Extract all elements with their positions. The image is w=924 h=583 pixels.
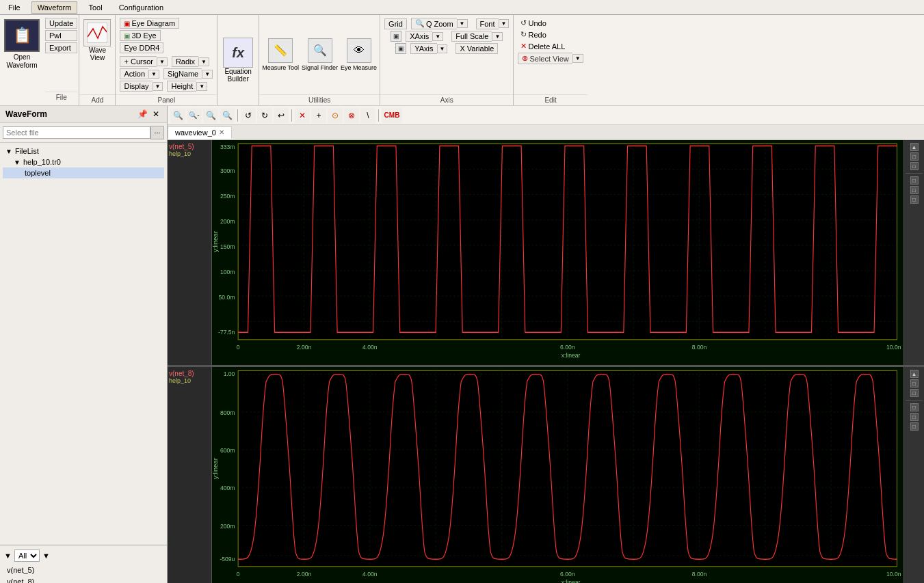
menu-item-waveform[interactable]: Waveform [31,1,78,14]
line-icon-btn[interactable]: \ [360,108,375,123]
tab-close-icon[interactable]: ✕ [219,128,224,136]
wave-ctrl-btn-1a[interactable]: ▲ [910,143,919,151]
waveview-add-label: Add [79,94,115,105]
cross-circle-icon-btn[interactable]: ⊗ [344,108,359,123]
redo-button[interactable]: ↻ Redo [518,29,549,40]
svg-text:2.00n: 2.00n [297,343,311,351]
svg-text:250m: 250m [220,192,235,200]
svg-text:y:linear: y:linear [212,231,218,252]
wave-canvas-2[interactable]: 1.00 800m 600m 400m 200m -509u 0 2.00n 4… [212,367,903,583]
axis-label: Axis [380,94,513,105]
toolbar-ribbon: 📋 Open Waveform Update Pwl Export File [0,15,924,106]
sidebar-close-icon[interactable]: ✕ [150,109,161,120]
svg-text:600m: 600m [220,447,235,455]
x-variable-button[interactable]: X Variable [456,43,498,54]
search-button[interactable]: ··· [150,126,164,139]
undo-icon-btn[interactable]: ↺ [241,108,256,123]
menu-item-configuration[interactable]: Configuration [114,2,169,13]
tree-item-filelist[interactable]: ▼ FileList [3,146,164,157]
signal-finder-button[interactable]: 🔍 Signal Finder [302,38,338,72]
svg-text:x:linear: x:linear [562,352,581,360]
sidebar: WaveForm 📌 ✕ ··· ▼ FileList ▼ help_10.tr… [0,106,168,583]
wave-controls-2: ▲ □ □ □ □ □ [903,367,924,583]
wave-panels: v(net_5) help_10 [168,140,924,583]
update-button[interactable]: Update [45,18,77,29]
svg-text:2.00n: 2.00n [297,570,311,578]
full-scale-button[interactable]: Full Scale ▼ [451,31,503,42]
delete-icon-btn[interactable]: ✕ [295,108,310,123]
xaxis-button[interactable]: XAxis ▼ [406,31,443,42]
radix-button[interactable]: Radix ▼ [172,56,209,67]
select-view-button[interactable]: ⊗ Select View ▼ [518,53,583,64]
signal-item-vnet5[interactable]: v(net_5) [4,565,163,576]
redo-icon-btn[interactable]: ↻ [257,108,272,123]
zoom-in-btn[interactable]: 🔍 [170,108,185,123]
wave-ctrl-btn-2f[interactable]: □ [910,422,919,431]
pwl-button[interactable]: Pwl [45,30,77,41]
equation-builder-button[interactable]: fx Equation Builder [223,38,253,83]
svg-text:200m: 200m [220,522,235,530]
menu-item-tool[interactable]: Tool [83,2,107,13]
font-button[interactable]: Font ▼ [476,18,510,29]
tree-item-help10-label: help_10.tr0 [23,158,61,166]
wave-ctrl-btn-1f[interactable]: □ [910,195,919,204]
wave-ctrl-btn-2a[interactable]: ▲ [910,370,919,378]
svg-text:100m: 100m [220,269,235,276]
eye-measure-button[interactable]: 👁 Eye Measure [341,38,377,72]
wave-file-name-1: help_10 [169,150,191,157]
arrow-down-small-icon: ▼ [4,552,12,560]
yaxis-button[interactable]: YAxis ▼ [410,43,447,54]
open-waveform-button[interactable]: 📋 Open Waveform [4,19,40,70]
panel-label: Panel [116,94,217,105]
eye-diagram-button[interactable]: ▣ Eye Diagram [120,18,179,29]
wave-ctrl-separator2 [906,400,923,401]
wave-panel-2: v(net_8) help_10 [168,367,924,583]
undo-button[interactable]: ↺ Undo [518,18,549,28]
svg-text:50.0m: 50.0m [219,294,235,301]
signal-filter-select[interactable]: All [14,550,40,562]
undo2-icon-btn[interactable]: ↩ [274,108,289,123]
height-button[interactable]: Height ▼ [167,81,207,92]
cursor-button[interactable]: + Cursor ▼ [120,56,167,67]
menu-bar: File Waveform Tool Configuration [0,0,924,15]
svg-text:0: 0 [237,570,240,578]
file-section: 📋 Open Waveform Update Pwl Export File [0,15,79,105]
zoom-sel-btn[interactable]: 🔍 [220,108,235,123]
signal-list: v(net_5) v(net_8) [3,563,164,583]
file-tree: ▼ FileList ▼ help_10.tr0 toplevel [0,143,167,545]
menu-item-file[interactable]: File [3,2,26,13]
zoom-out-btn[interactable]: 🔍- [187,108,202,123]
tree-item-help10[interactable]: ▼ help_10.tr0 [3,157,164,167]
tree-item-toplevel[interactable]: toplevel [3,167,164,178]
display-button[interactable]: Display ▼ [120,81,163,92]
circle-icon-btn[interactable]: ⊙ [328,108,343,123]
wave-ctrl-btn-1c[interactable]: □ [910,162,919,170]
delete-all-button[interactable]: ✕ Delete ALL [518,41,568,51]
action-button[interactable]: Action ▼ [120,68,159,79]
wave-view-button[interactable]: Wave View [83,19,111,62]
tab-waveview0[interactable]: waveview_0 ✕ [168,126,232,139]
sidebar-pin-icon[interactable]: 📌 [137,109,148,120]
grid-button[interactable]: Grid [384,18,407,29]
eye-ddr4-button[interactable]: Eye DDR4 [120,42,163,53]
wave-canvas-1[interactable]: 333m 300m 250m 200m 150m 100m 50.0m -77.… [212,140,903,365]
waveview-label: Wave View [89,46,106,62]
signal-item-vnet8[interactable]: v(net_8) [4,576,163,583]
zoom-fit-btn[interactable]: 🔍 [203,108,218,123]
measure-tool-button[interactable]: 📏 Measure Tool [262,38,299,72]
wave-ctrl-btn-1e[interactable]: □ [910,186,919,194]
cmb-btn[interactable]: CMB [382,108,402,123]
wave-ctrl-btn-2b[interactable]: □ [910,379,919,388]
add-icon-btn[interactable]: + [311,108,326,123]
arrow-down-icon-2: ▼ [14,159,21,166]
search-input[interactable] [3,126,150,139]
zoom-button[interactable]: 🔍 Q Zoom ▼ [411,18,468,29]
wave-ctrl-btn-2e[interactable]: □ [910,413,919,421]
wave-ctrl-btn-2c[interactable]: □ [910,389,919,397]
wave-ctrl-btn-1d[interactable]: □ [910,176,919,185]
signame-button[interactable]: SigName ▼ [163,68,213,79]
export-button[interactable]: Export [45,42,77,53]
three-d-eye-button[interactable]: ▣ 3D Eye [120,30,160,41]
wave-ctrl-btn-1b[interactable]: □ [910,152,919,161]
wave-ctrl-btn-2d[interactable]: □ [910,403,919,411]
